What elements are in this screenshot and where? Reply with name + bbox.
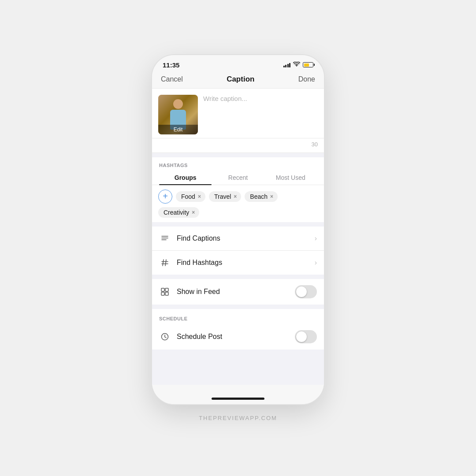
person-head <box>173 99 183 109</box>
tag-chip-travel: Travel × <box>209 191 241 202</box>
photo-thumbnail[interactable]: Edit <box>158 95 198 134</box>
svg-line-3 <box>163 260 164 266</box>
cancel-button[interactable]: Cancel <box>161 75 183 83</box>
svg-rect-7 <box>161 288 164 291</box>
signal-bar-1 <box>283 66 285 67</box>
show-in-feed-item: Show in Feed <box>152 279 324 305</box>
toggle-knob <box>296 286 307 297</box>
find-captions-label: Find Captions <box>177 234 315 242</box>
schedule-toggle-knob <box>296 331 307 342</box>
find-captions-item[interactable]: Find Captions › <box>152 227 324 251</box>
hashtags-label: HASHTAGS <box>152 157 324 171</box>
edit-overlay[interactable]: Edit <box>158 125 198 134</box>
chevron-right-icon: › <box>315 234 317 242</box>
tag-remove-food[interactable]: × <box>198 193 201 200</box>
watermark: thepreviewapp.com <box>199 415 277 421</box>
battery-fill <box>304 63 309 67</box>
signal-bars-icon <box>283 62 291 67</box>
svg-rect-10 <box>165 292 168 295</box>
tab-most-used[interactable]: Most Used <box>264 171 317 185</box>
chevron-right-icon-2: › <box>315 259 317 267</box>
tag-remove-creativity[interactable]: × <box>192 209 195 216</box>
tag-chip-food: Food × <box>176 191 205 202</box>
signal-bar-4 <box>289 63 290 67</box>
schedule-section: SCHEDULE Schedule Post <box>152 309 324 350</box>
lines-icon <box>159 233 171 244</box>
hashtags-section: HASHTAGS Groups Recent Most Used + Food … <box>152 157 324 222</box>
svg-rect-9 <box>161 292 164 295</box>
caption-area: Edit Write caption... <box>152 89 324 138</box>
caption-input[interactable]: Write caption... <box>203 95 318 134</box>
home-indicator <box>152 385 324 404</box>
char-count: 30 <box>312 141 318 148</box>
clock-icon <box>159 331 171 342</box>
nav-bar: Cancel Caption Done <box>152 71 324 89</box>
tag-label-creativity: Creativity <box>164 209 189 216</box>
show-in-feed-toggle[interactable] <box>295 285 317 298</box>
schedule-post-toggle[interactable] <box>295 330 317 343</box>
tag-remove-beach[interactable]: × <box>270 193 273 200</box>
caption-placeholder: Write caption... <box>203 94 247 102</box>
grid-icon <box>159 286 171 298</box>
tag-label-travel: Travel <box>214 193 231 200</box>
tag-label-food: Food <box>181 193 195 200</box>
status-time: 11:35 <box>163 61 179 69</box>
svg-line-13 <box>165 337 166 338</box>
schedule-post-item: Schedule Post <box>152 324 324 350</box>
menu-section: Find Captions › Find Hashtags › <box>152 227 324 275</box>
phone-shell: 11:35 <box>152 55 324 404</box>
find-hashtags-item[interactable]: Find Hashtags › <box>152 251 324 275</box>
svg-line-4 <box>165 260 166 266</box>
status-bar: 11:35 <box>152 55 324 71</box>
bottom-spacer <box>152 350 324 385</box>
hash-icon <box>159 257 171 268</box>
home-bar <box>212 398 264 400</box>
tabs-row: Groups Recent Most Used <box>152 171 324 185</box>
find-hashtags-label: Find Hashtags <box>177 259 315 267</box>
tags-row: + Food × Travel × Beach × Creativity <box>152 185 324 222</box>
wifi-icon <box>293 62 300 68</box>
svg-rect-8 <box>165 288 168 291</box>
tag-chip-beach: Beach × <box>245 191 278 202</box>
schedule-post-label: Schedule Post <box>177 333 295 341</box>
signal-bar-2 <box>285 65 286 67</box>
status-icons <box>283 62 314 68</box>
page-title: Caption <box>227 75 254 84</box>
page-wrapper: 11:35 <box>152 55 324 421</box>
add-tag-button[interactable]: + <box>158 190 172 204</box>
schedule-label-row: SCHEDULE <box>152 309 324 324</box>
signal-bar-3 <box>287 64 289 67</box>
battery-icon <box>303 62 313 67</box>
done-button[interactable]: Done <box>298 75 315 83</box>
tag-remove-travel[interactable]: × <box>234 193 237 200</box>
show-in-feed-section: Show in Feed <box>152 279 324 305</box>
show-in-feed-label: Show in Feed <box>177 288 295 296</box>
char-count-row: 30 <box>152 138 324 153</box>
tab-groups[interactable]: Groups <box>159 171 212 185</box>
tag-chip-creativity: Creativity × <box>158 207 199 218</box>
tag-label-beach: Beach <box>250 193 268 200</box>
scroll-content: Edit Write caption... 30 HASHTAGS Groups… <box>152 89 324 385</box>
tab-recent[interactable]: Recent <box>212 171 264 185</box>
schedule-section-label: SCHEDULE <box>159 316 188 321</box>
